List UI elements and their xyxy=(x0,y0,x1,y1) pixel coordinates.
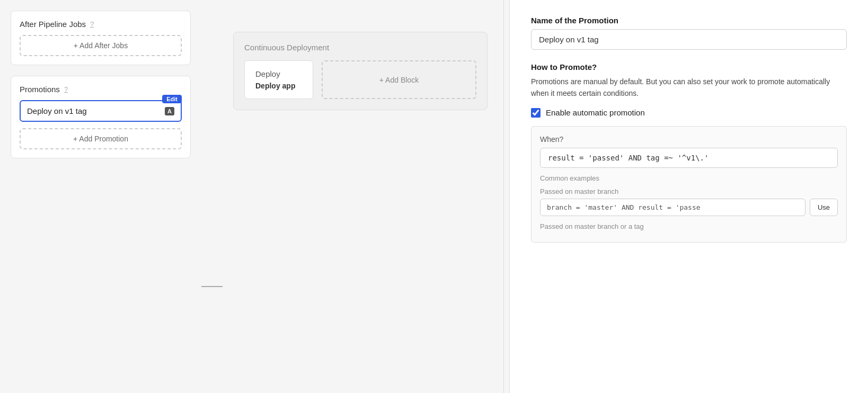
auto-badge: A xyxy=(165,107,174,115)
connector-area xyxy=(201,180,223,393)
deploy-block-title: Deploy xyxy=(255,69,302,78)
example-1-use-button[interactable]: Use xyxy=(810,199,838,216)
enable-auto-label[interactable]: Enable automatic promotion xyxy=(546,108,645,117)
example-2-label: Passed on master branch or a tag xyxy=(540,222,838,230)
enable-auto-checkbox[interactable] xyxy=(531,108,541,118)
example-1-row: Use xyxy=(540,199,838,216)
promotions-help-icon[interactable]: ? xyxy=(64,85,68,93)
promotion-item[interactable]: Edit Deploy on v1 tag A xyxy=(20,100,182,122)
cd-blocks: Deploy Deploy app + Add Block xyxy=(244,60,476,99)
left-panel: After Pipeline Jobs ? + Add After Jobs P… xyxy=(0,0,201,393)
connector-line xyxy=(201,286,223,287)
promotion-item-label: Deploy on v1 tag xyxy=(27,106,161,115)
common-examples-label: Common examples xyxy=(540,174,838,182)
example-1-input[interactable] xyxy=(540,199,805,216)
add-after-jobs-button[interactable]: + Add After Jobs xyxy=(20,35,182,56)
example-1-label: Passed on master branch xyxy=(540,187,838,195)
enable-auto-row: Enable automatic promotion xyxy=(531,108,847,118)
after-pipeline-jobs-help-icon[interactable]: ? xyxy=(90,20,94,28)
after-pipeline-jobs-section: After Pipeline Jobs ? + Add After Jobs xyxy=(11,11,191,65)
auto-promotion-box: When? Common examples Passed on master b… xyxy=(531,126,847,243)
promotions-section: Promotions ? Edit Deploy on v1 tag A + A… xyxy=(11,76,191,158)
after-pipeline-jobs-title: After Pipeline Jobs xyxy=(20,20,86,29)
add-block-button[interactable]: + Add Block xyxy=(322,60,476,99)
continuous-deployment-card: Continuous Deployment Deploy Deploy app … xyxy=(233,32,488,110)
promotions-title: Promotions xyxy=(20,85,60,94)
how-to-promote-heading: How to Promote? xyxy=(531,62,847,72)
promotion-name-label: Name of the Promotion xyxy=(531,16,847,25)
after-pipeline-jobs-header: After Pipeline Jobs ? xyxy=(20,20,182,29)
deploy-block-subtitle: Deploy app xyxy=(255,82,302,90)
edit-badge: Edit xyxy=(162,95,182,103)
panel-divider xyxy=(503,0,504,393)
deploy-block[interactable]: Deploy Deploy app xyxy=(244,60,313,99)
promotion-name-input[interactable] xyxy=(531,29,847,50)
how-to-promote-description: Promotions are manual by default. But yo… xyxy=(531,76,847,100)
cd-title: Continuous Deployment xyxy=(244,43,476,52)
middle-panel: Continuous Deployment Deploy Deploy app … xyxy=(223,0,498,393)
condition-input[interactable] xyxy=(540,148,838,168)
right-panel: Name of the Promotion How to Promote? Pr… xyxy=(509,0,868,393)
add-promotion-button[interactable]: + Add Promotion xyxy=(20,128,182,149)
promotions-header: Promotions ? xyxy=(20,85,182,94)
when-label: When? xyxy=(540,135,838,144)
